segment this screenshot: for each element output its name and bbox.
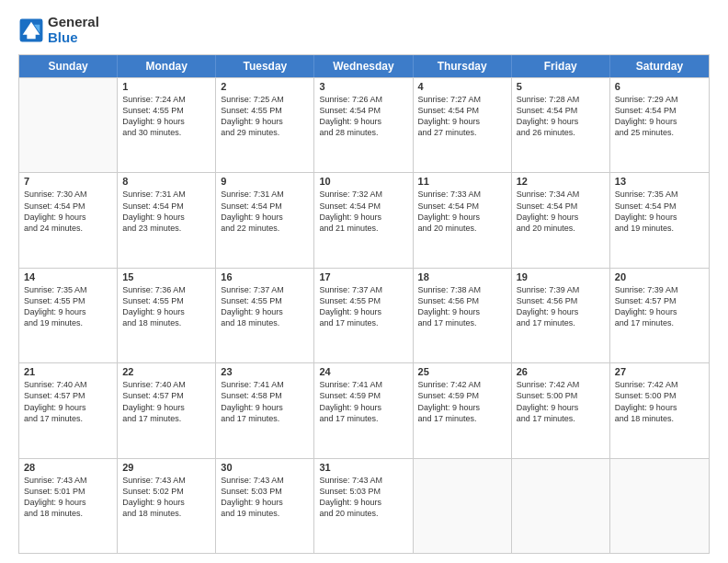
cal-cell-2: 2Sunrise: 7:25 AM Sunset: 4:55 PM Daylig… — [216, 78, 314, 172]
day-number: 15 — [122, 271, 210, 282]
header-day-tuesday: Tuesday — [216, 55, 314, 77]
cal-cell-1: 1Sunrise: 7:24 AM Sunset: 4:55 PM Daylig… — [118, 78, 216, 172]
day-info: Sunrise: 7:33 AM Sunset: 4:54 PM Dayligh… — [418, 189, 506, 234]
header-day-thursday: Thursday — [414, 55, 512, 77]
day-info: Sunrise: 7:28 AM Sunset: 4:54 PM Dayligh… — [517, 94, 605, 139]
header-day-sunday: Sunday — [19, 55, 118, 77]
day-info: Sunrise: 7:43 AM Sunset: 5:02 PM Dayligh… — [122, 475, 210, 520]
day-number: 8 — [122, 176, 210, 187]
cal-cell-26: 26Sunrise: 7:42 AM Sunset: 5:00 PM Dayli… — [512, 363, 610, 457]
day-info: Sunrise: 7:43 AM Sunset: 5:03 PM Dayligh… — [319, 475, 407, 520]
cal-cell-27: 27Sunrise: 7:42 AM Sunset: 5:00 PM Dayli… — [610, 363, 709, 457]
header-day-monday: Monday — [118, 55, 216, 77]
day-info: Sunrise: 7:37 AM Sunset: 4:55 PM Dayligh… — [319, 284, 407, 329]
cal-cell-empty-5 — [512, 459, 610, 553]
day-number: 2 — [221, 81, 309, 92]
logo-icon — [18, 17, 44, 43]
cal-cell-7: 7Sunrise: 7:30 AM Sunset: 4:54 PM Daylig… — [19, 173, 118, 267]
cal-cell-11: 11Sunrise: 7:33 AM Sunset: 4:54 PM Dayli… — [414, 173, 512, 267]
day-number: 29 — [122, 462, 210, 473]
calendar-body: 1Sunrise: 7:24 AM Sunset: 4:55 PM Daylig… — [19, 77, 709, 553]
day-info: Sunrise: 7:42 AM Sunset: 4:59 PM Dayligh… — [418, 379, 506, 424]
day-number: 3 — [319, 81, 407, 92]
logo-line1: General — [48, 15, 99, 30]
day-info: Sunrise: 7:43 AM Sunset: 5:01 PM Dayligh… — [24, 475, 112, 520]
day-info: Sunrise: 7:34 AM Sunset: 4:54 PM Dayligh… — [517, 189, 605, 234]
day-number: 30 — [221, 462, 309, 473]
cal-cell-empty-4 — [414, 459, 512, 553]
day-number: 23 — [221, 366, 309, 377]
day-number: 26 — [517, 366, 605, 377]
cal-cell-4: 4Sunrise: 7:27 AM Sunset: 4:54 PM Daylig… — [414, 78, 512, 172]
header-day-wednesday: Wednesday — [314, 55, 413, 77]
cal-cell-9: 9Sunrise: 7:31 AM Sunset: 4:54 PM Daylig… — [216, 173, 314, 267]
day-info: Sunrise: 7:25 AM Sunset: 4:55 PM Dayligh… — [221, 94, 309, 139]
cal-cell-17: 17Sunrise: 7:37 AM Sunset: 4:55 PM Dayli… — [314, 269, 413, 362]
header: General Blue — [18, 15, 710, 45]
day-number: 24 — [319, 366, 407, 377]
cal-cell-31: 31Sunrise: 7:43 AM Sunset: 5:03 PM Dayli… — [314, 459, 413, 553]
cal-cell-16: 16Sunrise: 7:37 AM Sunset: 4:55 PM Dayli… — [216, 269, 314, 362]
cal-cell-21: 21Sunrise: 7:40 AM Sunset: 4:57 PM Dayli… — [19, 363, 118, 457]
day-number: 18 — [418, 271, 506, 282]
day-info: Sunrise: 7:35 AM Sunset: 4:55 PM Dayligh… — [24, 284, 112, 329]
cal-cell-24: 24Sunrise: 7:41 AM Sunset: 4:59 PM Dayli… — [314, 363, 413, 457]
day-number: 21 — [24, 366, 112, 377]
cal-cell-19: 19Sunrise: 7:39 AM Sunset: 4:56 PM Dayli… — [512, 269, 610, 362]
logo: General Blue — [18, 15, 99, 45]
cal-cell-6: 6Sunrise: 7:29 AM Sunset: 4:54 PM Daylig… — [610, 78, 709, 172]
day-number: 10 — [319, 176, 407, 187]
calendar-row-0: 1Sunrise: 7:24 AM Sunset: 4:55 PM Daylig… — [19, 77, 709, 172]
logo-line2: Blue — [48, 30, 99, 46]
header-day-friday: Friday — [512, 55, 610, 77]
calendar-header: SundayMondayTuesdayWednesdayThursdayFrid… — [19, 55, 709, 77]
cal-cell-10: 10Sunrise: 7:32 AM Sunset: 4:54 PM Dayli… — [314, 173, 413, 267]
calendar-row-3: 21Sunrise: 7:40 AM Sunset: 4:57 PM Dayli… — [19, 362, 709, 457]
cal-cell-28: 28Sunrise: 7:43 AM Sunset: 5:01 PM Dayli… — [19, 459, 118, 553]
day-info: Sunrise: 7:41 AM Sunset: 4:59 PM Dayligh… — [319, 379, 407, 424]
cal-cell-13: 13Sunrise: 7:35 AM Sunset: 4:54 PM Dayli… — [610, 173, 709, 267]
day-info: Sunrise: 7:42 AM Sunset: 5:00 PM Dayligh… — [517, 379, 605, 424]
cal-cell-30: 30Sunrise: 7:43 AM Sunset: 5:03 PM Dayli… — [216, 459, 314, 553]
cal-cell-3: 3Sunrise: 7:26 AM Sunset: 4:54 PM Daylig… — [314, 78, 413, 172]
day-info: Sunrise: 7:37 AM Sunset: 4:55 PM Dayligh… — [221, 284, 309, 329]
day-number: 1 — [122, 81, 210, 92]
cal-cell-22: 22Sunrise: 7:40 AM Sunset: 4:57 PM Dayli… — [118, 363, 216, 457]
day-info: Sunrise: 7:38 AM Sunset: 4:56 PM Dayligh… — [418, 284, 506, 329]
day-info: Sunrise: 7:40 AM Sunset: 4:57 PM Dayligh… — [24, 379, 112, 424]
cal-cell-8: 8Sunrise: 7:31 AM Sunset: 4:54 PM Daylig… — [118, 173, 216, 267]
cal-cell-20: 20Sunrise: 7:39 AM Sunset: 4:57 PM Dayli… — [610, 269, 709, 362]
day-info: Sunrise: 7:39 AM Sunset: 4:56 PM Dayligh… — [517, 284, 605, 329]
day-info: Sunrise: 7:32 AM Sunset: 4:54 PM Dayligh… — [319, 189, 407, 234]
cal-cell-5: 5Sunrise: 7:28 AM Sunset: 4:54 PM Daylig… — [512, 78, 610, 172]
day-number: 17 — [319, 271, 407, 282]
day-number: 22 — [122, 366, 210, 377]
day-number: 14 — [24, 271, 112, 282]
cal-cell-15: 15Sunrise: 7:36 AM Sunset: 4:55 PM Dayli… — [118, 269, 216, 362]
day-number: 19 — [517, 271, 605, 282]
day-info: Sunrise: 7:43 AM Sunset: 5:03 PM Dayligh… — [221, 475, 309, 520]
day-info: Sunrise: 7:27 AM Sunset: 4:54 PM Dayligh… — [418, 94, 506, 139]
header-day-saturday: Saturday — [610, 55, 709, 77]
day-number: 11 — [418, 176, 506, 187]
day-info: Sunrise: 7:26 AM Sunset: 4:54 PM Dayligh… — [319, 94, 407, 139]
day-number: 27 — [615, 366, 704, 377]
calendar-row-1: 7Sunrise: 7:30 AM Sunset: 4:54 PM Daylig… — [19, 172, 709, 267]
day-number: 20 — [615, 271, 704, 282]
day-info: Sunrise: 7:42 AM Sunset: 5:00 PM Dayligh… — [615, 379, 704, 424]
cal-cell-29: 29Sunrise: 7:43 AM Sunset: 5:02 PM Dayli… — [118, 459, 216, 553]
cal-cell-empty-6 — [610, 459, 709, 553]
day-info: Sunrise: 7:29 AM Sunset: 4:54 PM Dayligh… — [615, 94, 704, 139]
page: General Blue SundayMondayTuesdayWednesda… — [0, 0, 728, 563]
day-number: 4 — [418, 81, 506, 92]
day-info: Sunrise: 7:35 AM Sunset: 4:54 PM Dayligh… — [615, 189, 704, 234]
day-number: 7 — [24, 176, 112, 187]
day-number: 12 — [517, 176, 605, 187]
day-number: 16 — [221, 271, 309, 282]
day-info: Sunrise: 7:41 AM Sunset: 4:58 PM Dayligh… — [221, 379, 309, 424]
day-number: 6 — [615, 81, 704, 92]
day-number: 13 — [615, 176, 704, 187]
cal-cell-25: 25Sunrise: 7:42 AM Sunset: 4:59 PM Dayli… — [414, 363, 512, 457]
day-info: Sunrise: 7:31 AM Sunset: 4:54 PM Dayligh… — [221, 189, 309, 234]
day-info: Sunrise: 7:24 AM Sunset: 4:55 PM Dayligh… — [122, 94, 210, 139]
